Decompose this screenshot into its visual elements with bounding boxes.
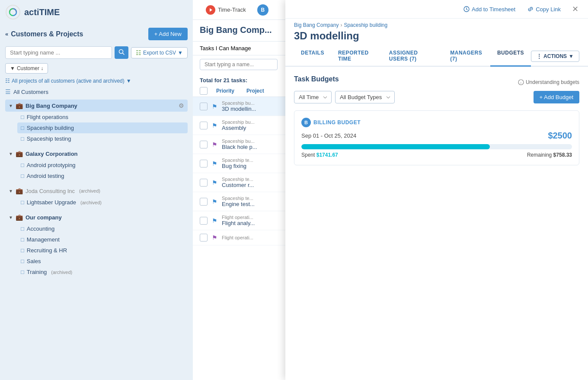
all-customers-row[interactable]: ☰ All Customers	[0, 86, 193, 98]
caret-down-icon: ▼	[9, 103, 13, 108]
budget-progress-fill	[301, 144, 490, 149]
tasks-label: Tasks I Can Manage	[200, 45, 251, 52]
task-checkbox[interactable]	[200, 217, 208, 225]
search-button[interactable]	[115, 46, 128, 59]
breadcrumb-company[interactable]: Big Bang Company	[294, 22, 339, 28]
budget-header-row: Task Budgets i Understanding budgets	[294, 75, 579, 89]
project-android-proto[interactable]: □ Android prototyping	[17, 160, 188, 171]
all-projects-filter[interactable]: ☷ All projects of all customers (active …	[0, 76, 193, 86]
project-training[interactable]: □ Training (archived)	[17, 267, 188, 277]
task-checkbox[interactable]	[200, 141, 208, 148]
project-lightsaber[interactable]: □ Lightsaber Upgrade (archived)	[17, 197, 188, 208]
project-management[interactable]: □ Management	[17, 234, 188, 245]
project-icon: □	[21, 173, 24, 179]
add-budget-button[interactable]: + Add Budget	[534, 91, 579, 103]
task-project: Spaceship te...	[222, 158, 253, 163]
task-name: Engine test...	[222, 201, 255, 207]
task-info: Spaceship te... Customer r...	[222, 177, 254, 188]
customer-name-row: ▼ 💼 Galaxy Corporation	[9, 150, 78, 157]
task-checkbox[interactable]	[200, 122, 208, 129]
project-android-testing[interactable]: □ Android testing	[17, 171, 188, 181]
budget-progress-info: Spent $1741.67 Remaining $758.33	[301, 152, 572, 158]
add-new-button[interactable]: + Add New	[148, 28, 188, 40]
breadcrumb-project[interactable]: Spaceship building	[344, 22, 387, 28]
project-recruiting[interactable]: □ Recruiting & HR	[17, 245, 188, 256]
budget-amount: $2500	[548, 131, 572, 141]
project-icon: □	[21, 225, 24, 232]
budget-type-label: BILLING BUDGET	[313, 119, 361, 126]
add-to-timesheet-button[interactable]: Add to Timesheet	[460, 4, 519, 14]
tab-managers[interactable]: MANAGERS (7)	[443, 46, 490, 67]
caret-down-icon: ▼	[9, 215, 13, 220]
svg-marker-3	[210, 8, 212, 12]
logo-icon	[5, 4, 21, 20]
task-project: Spaceship bu...	[222, 119, 255, 125]
export-csv-button[interactable]: ☷ Export to CSV ▼	[131, 47, 188, 58]
customer-big-bang-header[interactable]: ▼ 💼 Big Bang Company ⚙	[5, 100, 188, 112]
tab-details[interactable]: DETAILS	[294, 46, 331, 67]
task-info: Spaceship te... Bug fixing	[222, 158, 253, 169]
budget-spent: Spent $1741.67	[301, 152, 338, 158]
app-header: actiTIME	[0, 0, 193, 24]
priority-flag-icon: ⚑	[212, 141, 217, 148]
customer-our-company-header[interactable]: ▼ 💼 Our company	[5, 211, 188, 223]
project-flight-operations[interactable]: □ Flight operations	[17, 112, 188, 122]
select-all-check[interactable]	[200, 87, 212, 95]
budget-selects: All Time All Budget Types	[294, 91, 395, 103]
detail-close-button[interactable]: ✕	[569, 3, 581, 15]
tab-reported-time[interactable]: REPORTED TIME	[331, 46, 382, 67]
task-info: Spaceship bu... Assembly	[222, 119, 255, 131]
priority-column-header[interactable]: Priority	[216, 88, 242, 94]
company-icon: 💼	[16, 187, 23, 194]
budget-controls: All Time All Budget Types + Add Budget	[294, 91, 579, 103]
remaining-value: $758.33	[553, 152, 572, 158]
all-projects-dropdown-icon: ▼	[126, 78, 131, 84]
customer-galaxy-header[interactable]: ▼ 💼 Galaxy Corporation	[5, 148, 188, 160]
tasks-filter-input[interactable]	[200, 59, 278, 70]
project-spaceship-building[interactable]: □ Spaceship building	[17, 122, 188, 133]
task-project: Spaceship te...	[222, 177, 254, 182]
filter-bar: ▼ Customer ↓	[0, 61, 193, 76]
collapse-icon[interactable]: «	[5, 31, 8, 37]
task-checkbox[interactable]	[200, 234, 208, 242]
task-checkbox[interactable]	[200, 160, 208, 167]
budget-dates: Sep 01 - Oct 25, 2024	[301, 132, 356, 139]
task-checkbox[interactable]	[200, 198, 208, 206]
copy-link-button[interactable]: Copy Link	[524, 4, 564, 14]
task-info: Spaceship bu... Black hole p...	[222, 138, 257, 150]
project-sales[interactable]: □ Sales	[17, 256, 188, 267]
task-checkbox[interactable]	[200, 103, 208, 110]
tab-budgets[interactable]: BUDGETS	[490, 46, 531, 67]
customer-filter-button[interactable]: ▼ Customer ↓	[5, 63, 48, 74]
link-icon	[527, 6, 534, 12]
customer-joda: ▼ 💼 Joda Consulting Inc (archived) □ Lig…	[0, 183, 193, 209]
sidebar-title-bar: « Customers & Projects + Add New	[0, 24, 193, 44]
task-project: Flight operati...	[222, 215, 255, 220]
archived-label: (archived)	[51, 270, 72, 275]
logo-text: actiTIME	[24, 7, 60, 17]
all-time-select[interactable]: All Time	[294, 91, 332, 103]
project-spaceship-testing[interactable]: □ Spaceship testing	[17, 133, 188, 144]
project-column-header[interactable]: Project	[246, 88, 264, 94]
task-project: Spaceship bu...	[222, 100, 256, 106]
customer-list: ▼ 💼 Big Bang Company ⚙ □ Flight operatio…	[0, 98, 193, 380]
customer-name: Our company	[26, 214, 62, 221]
sidebar-title: « Customers & Projects	[5, 30, 83, 38]
gear-icon[interactable]: ⚙	[179, 102, 184, 109]
project-icon: □	[21, 247, 24, 254]
search-icon	[118, 49, 125, 55]
nav-tab2[interactable]: B	[257, 4, 268, 16]
understanding-budgets-link[interactable]: i Understanding budgets	[518, 79, 579, 85]
budget-remaining: Remaining $758.33	[527, 152, 572, 158]
task-checkbox[interactable]	[200, 179, 208, 187]
breadcrumb: Big Bang Company › Spaceship building	[285, 19, 588, 29]
tab-assigned-users[interactable]: ASSIGNED USERS (7)	[382, 46, 444, 67]
customer-joda-header[interactable]: ▼ 💼 Joda Consulting Inc (archived)	[5, 185, 188, 197]
task-project: Flight operati...	[222, 235, 253, 240]
project-accounting[interactable]: □ Accounting	[17, 223, 188, 234]
all-budget-types-select[interactable]: All Budget Types	[335, 91, 395, 103]
actions-button[interactable]: ⋮ ACTIONS ▼	[531, 51, 579, 62]
search-input[interactable]	[5, 46, 112, 59]
time-track-tab[interactable]: Time-Track	[200, 2, 252, 18]
customer-our-company: ▼ 💼 Our company □ Accounting □ Managemen…	[0, 209, 193, 279]
